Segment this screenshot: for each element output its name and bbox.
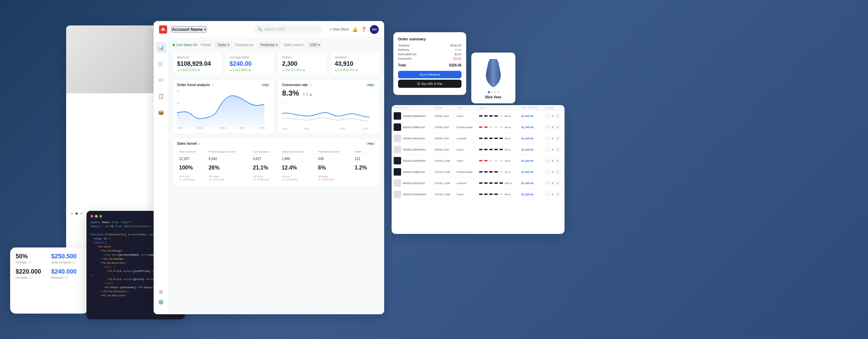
info-icon-2: i xyxy=(72,261,76,264)
order-row-delivery: Delivery Free xyxy=(398,48,461,52)
qty-decrease[interactable]: − xyxy=(545,158,550,163)
header-actions: ↗ View Store 🔔 ❓ GH xyxy=(329,25,379,34)
inv-color: Lavender xyxy=(455,133,477,144)
stat-ad-sales: $220.000 Ad Sales i xyxy=(16,268,47,279)
svg-text:0AM: 0AM xyxy=(177,126,182,129)
inv-qty[interactable]: − 0 + xyxy=(543,133,565,144)
inventory-row: S0S23U-256BLK-EU 256GB | 8GB Phantom Bla… xyxy=(392,122,565,133)
inv-qty[interactable]: − 0 + xyxy=(543,111,565,122)
compare-filter[interactable]: Yesterday ▾ xyxy=(258,42,280,48)
conversion-rate-chart: Conversion rate ℹ High 8.3% 3.3 ▲ 0A xyxy=(278,79,380,134)
conversion-svg: 0AM 6AM 6PM 12PM 4 3 xyxy=(282,100,376,130)
svg-text:0AM: 0AM xyxy=(282,127,287,130)
funnel-pct-payment: 6% xyxy=(316,163,353,173)
nav-dot-active xyxy=(76,213,78,215)
vase-svg xyxy=(481,57,505,88)
checkout-button[interactable]: Go to checkout xyxy=(398,71,461,78)
funnel-col-payment: Payment sessions xyxy=(316,149,353,155)
sidebar-icon-list[interactable]: 📋 xyxy=(156,91,166,102)
sales-funnel-card: Sales funnel ℹ High Total sessions Produ… xyxy=(173,138,380,187)
inv-qty[interactable]: − 0 + xyxy=(543,155,565,166)
search-bar[interactable]: 🔍 Search VTEX xyxy=(254,25,322,34)
inv-qty[interactable]: − 0 + xyxy=(543,189,565,200)
up-arrow-icon-orders: ▲ xyxy=(302,68,305,72)
sidebar-icon-box[interactable]: 📦 xyxy=(156,107,166,118)
stat-ad-spent-value: $250.500 xyxy=(51,253,83,260)
qty-decrease[interactable]: − xyxy=(545,147,550,152)
qty-increase[interactable]: + xyxy=(555,147,560,152)
up-arrow-icon-ticket: ▲ xyxy=(248,68,251,72)
qty-increase[interactable]: + xyxy=(555,181,560,185)
live-dot xyxy=(173,44,175,46)
funnel-change-order xyxy=(353,173,376,183)
inv-color: Lavender xyxy=(455,178,477,189)
qty-decrease[interactable]: − xyxy=(545,114,550,118)
inv-price: $1,329.90 xyxy=(519,155,543,166)
qty-increase[interactable]: + xyxy=(555,170,560,174)
account-name-button[interactable]: Account Name ▾ xyxy=(171,26,206,33)
info-icon-conversion: ℹ xyxy=(310,83,311,87)
metric-label-ticket: Average ticket ↑ xyxy=(230,56,271,59)
funnel-change-total: +4.1 p.p. vs. yesterday xyxy=(177,173,206,183)
help-icon[interactable]: ❓ xyxy=(361,27,367,32)
order-trend-title: Order trend analysis ℹ High xyxy=(177,83,271,87)
sidebar-icon-dashboard[interactable]: 📊 xyxy=(156,42,166,53)
sidebar-icon-grid[interactable]: ⊞ xyxy=(156,286,166,297)
inv-storage: 521GB | 12GB xyxy=(433,166,455,178)
chevron-down-icon-period: ▾ xyxy=(228,43,229,47)
funnel-col-product: Product page sessions xyxy=(206,149,251,155)
qty-decrease[interactable]: − xyxy=(545,181,550,185)
inv-col-qty: Quantity xyxy=(543,105,565,111)
order-trend-svg: 0AM 6AM 12AM 6PM 12PM 80 60 40 xyxy=(177,89,271,129)
funnel-val-total: 12,247 xyxy=(177,155,206,163)
inv-storage: 256GB | 8GB xyxy=(433,122,455,133)
metric-card-orders: Orders ↑ 2,300 332 (11.2%) ▲ xyxy=(278,52,328,75)
order-label-total: Total xyxy=(398,63,406,67)
gpay-button[interactable]: G Buy with G Pay xyxy=(398,80,461,88)
inv-stock: 48 un. xyxy=(477,122,519,133)
funnel-title: Sales funnel ℹ High xyxy=(177,142,376,145)
qty-decrease[interactable]: − xyxy=(545,136,550,141)
sidebar-icon-tag[interactable]: 🏷 xyxy=(156,75,166,85)
inv-qty[interactable]: − 0 + xyxy=(543,122,565,133)
period-label: Period: xyxy=(201,43,212,47)
inv-stock: 90 un. xyxy=(477,144,519,155)
funnel-val-cart: 4,627 xyxy=(251,155,280,163)
inv-qty[interactable]: − 0 + xyxy=(543,166,565,178)
metric-label-orders: Orders ↑ xyxy=(282,56,323,59)
funnel-val-payment: 648 xyxy=(316,155,353,163)
source-filter[interactable]: USD ▾ xyxy=(308,42,322,48)
qty-increase[interactable]: + xyxy=(555,114,560,118)
stat-revenue-value: $240.000 xyxy=(51,268,83,275)
qty-increase[interactable]: + xyxy=(555,136,560,141)
svg-text:4: 4 xyxy=(282,102,283,104)
order-row-discounts: Discounts -$3.05 xyxy=(398,57,461,60)
inv-col-color: Color xyxy=(455,105,477,111)
inv-part: S0S23U-512LVD-EU xyxy=(392,178,433,189)
period-filter[interactable]: Today ▾ xyxy=(215,42,232,48)
inventory-panel: Part Number Storage Color Stock Price wi… xyxy=(392,105,565,234)
qty-increase[interactable]: + xyxy=(555,192,560,197)
main-dashboard: Account Name ▾ 🔍 Search VTEX ↗ View Stor… xyxy=(154,21,384,314)
inv-qty[interactable]: − 0 + xyxy=(543,178,565,189)
inv-color: Phantom Black xyxy=(455,122,477,133)
qty-decrease[interactable]: − xyxy=(545,170,550,174)
qty-increase[interactable]: + xyxy=(555,125,560,129)
inv-qty[interactable]: − 0 + xyxy=(543,144,565,155)
sidebar-icon-cart[interactable]: 🛒 xyxy=(156,58,166,69)
view-store-link[interactable]: ↗ View Store xyxy=(329,27,349,31)
bell-icon[interactable]: 🔔 xyxy=(352,27,358,32)
sidebar-icon-settings-bottom[interactable]: ⚙️ xyxy=(156,297,166,307)
qty-decrease[interactable]: − xyxy=(545,192,550,197)
inventory-header: Part Number Storage Color Stock Price wi… xyxy=(392,105,565,111)
funnel-pct-shipping: 12.4% xyxy=(280,163,316,173)
funnel-pct-total: 100% xyxy=(177,163,206,173)
inventory-row: S0S23U-256CRM-EU 256GB | 8GB Cream 90 un… xyxy=(392,144,565,155)
user-avatar[interactable]: GH xyxy=(370,25,379,34)
qty-decrease[interactable]: − xyxy=(545,125,550,129)
live-badge: Live Sales On xyxy=(173,43,197,47)
inv-price: $1,249.90 xyxy=(519,111,543,122)
inv-stock: 100 un. xyxy=(477,178,519,189)
qty-increase[interactable]: + xyxy=(555,158,560,163)
maximize-dot xyxy=(99,215,102,218)
